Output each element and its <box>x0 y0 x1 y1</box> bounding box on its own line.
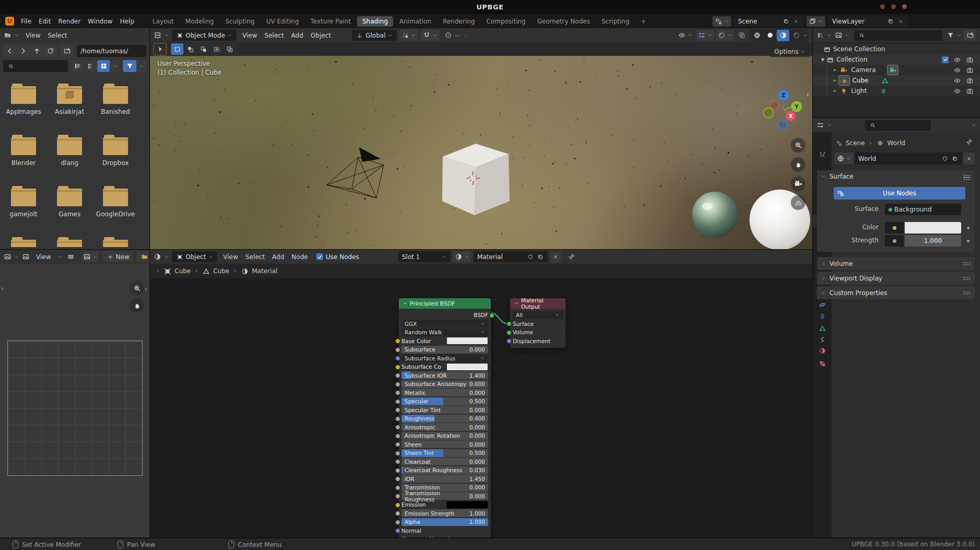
color-socket-button[interactable] <box>885 222 904 233</box>
input-socket[interactable] <box>395 459 400 464</box>
display-vertical-list-button[interactable] <box>71 60 84 72</box>
node-input-metallic[interactable]: Metallic0.000 <box>401 389 488 396</box>
node-menu-view[interactable]: View <box>220 253 241 261</box>
window-dot-icon[interactable] <box>880 4 885 9</box>
viewport-canvas[interactable]: User Perspective (1) Collection | Cube <box>150 56 812 249</box>
workspace-tab-animation[interactable]: Animation <box>394 16 436 27</box>
surface-shader-field[interactable]: Background <box>885 204 961 215</box>
view-layer-name-field[interactable]: ViewLayer <box>828 16 908 27</box>
copy-icon[interactable] <box>782 17 790 25</box>
up-button[interactable] <box>30 45 43 57</box>
wireframe-shading-button[interactable] <box>751 30 763 41</box>
workspace-tab-compositing[interactable]: Compositing <box>481 16 531 27</box>
input-socket[interactable] <box>506 321 512 326</box>
select-box-intersect-button[interactable] <box>223 43 236 55</box>
render-visibility-icon[interactable] <box>966 56 974 64</box>
input-socket[interactable] <box>395 338 400 344</box>
cube-label[interactable]: Cube <box>852 77 868 84</box>
filter-toggle-button[interactable] <box>123 60 136 72</box>
tweak-tool-button[interactable] <box>153 43 167 55</box>
menu-edit[interactable]: Edit <box>35 18 54 25</box>
image-menu-view[interactable]: View <box>32 253 54 261</box>
zoom-view-button[interactable] <box>791 138 805 153</box>
sidebar-expand-icon[interactable]: › <box>1 285 4 292</box>
output-socket[interactable] <box>489 313 494 318</box>
node-input-emission-strength[interactable]: Emission Strength1.000 <box>401 509 488 517</box>
input-socket[interactable] <box>395 347 400 353</box>
camera-data-icon[interactable] <box>887 65 898 75</box>
principled-node-header[interactable]: Principled BSDF <box>399 298 491 309</box>
snap-toggle-button[interactable] <box>421 30 440 41</box>
light-data-icon[interactable] <box>878 86 889 96</box>
outliner-row-light[interactable]: ►Light <box>813 86 980 96</box>
node-input-roughness[interactable]: Roughness0.400 <box>401 415 488 423</box>
color-row[interactable] <box>885 222 961 233</box>
eye-icon[interactable] <box>953 66 961 74</box>
light-icon[interactable] <box>838 86 849 96</box>
outliner-row-scene-collection[interactable]: Scene Collection <box>813 44 980 54</box>
node-enum-random-walk[interactable]: Random Walk <box>401 329 488 336</box>
expand-arrow-icon[interactable]: ► <box>834 78 836 83</box>
snap-target-dropdown[interactable] <box>399 30 418 41</box>
window-dot-icon[interactable] <box>902 4 907 9</box>
input-socket[interactable] <box>506 338 512 344</box>
zoom-tool-button[interactable] <box>130 281 144 296</box>
window-dot-icon[interactable] <box>891 4 896 9</box>
pin-icon[interactable] <box>965 138 973 146</box>
camera-label[interactable]: Camera <box>851 66 875 74</box>
folder-banished[interactable] <box>103 86 128 104</box>
input-socket[interactable] <box>395 502 400 508</box>
input-socket[interactable] <box>395 537 400 538</box>
keyframe-dot-icon[interactable] <box>967 227 970 229</box>
select-box-extend-button[interactable] <box>184 43 197 55</box>
output-target-dropdown[interactable]: All <box>513 311 563 319</box>
folder-asiakirjat[interactable] <box>57 86 82 104</box>
open-image-button[interactable]: Open <box>136 251 149 262</box>
create-directory-button[interactable] <box>60 45 74 57</box>
camera-icon[interactable] <box>838 65 849 75</box>
select-box-invert-button[interactable] <box>210 43 223 55</box>
breadcrumb-item[interactable]: Material <box>252 267 278 275</box>
mesh-data-icon[interactable] <box>880 76 890 85</box>
copy-icon[interactable] <box>886 17 894 25</box>
file-menu-view[interactable]: View <box>22 32 44 39</box>
new-collection-button[interactable] <box>964 30 976 41</box>
rendered-shading-button[interactable] <box>790 30 802 41</box>
tab-physics[interactable] <box>813 298 832 311</box>
material-output-node[interactable]: Material Output AllSurfaceVolumeDisplace… <box>510 298 566 348</box>
menu-file[interactable]: File <box>17 18 35 25</box>
copy-icon[interactable] <box>536 253 544 261</box>
node-menu-add[interactable]: Add <box>269 253 288 261</box>
tab-object-data[interactable] <box>813 322 832 334</box>
input-socket[interactable] <box>395 520 400 525</box>
chevron-down-icon[interactable] <box>827 123 832 128</box>
workspace-tab-uv-editing[interactable]: UV Editing <box>261 16 304 27</box>
input-socket[interactable] <box>506 330 512 335</box>
copy-icon[interactable] <box>951 155 959 162</box>
menu-render[interactable]: Render <box>54 18 84 25</box>
chevron-down-icon[interactable] <box>14 33 19 38</box>
strength-slider[interactable]: 1.000 <box>905 235 961 247</box>
tab-texture[interactable] <box>813 357 832 370</box>
surface-panel-header[interactable]: Surface <box>817 170 975 180</box>
folder-partial[interactable] <box>11 240 36 247</box>
expand-arrow-icon[interactable]: ► <box>834 68 836 72</box>
input-socket[interactable] <box>395 390 400 395</box>
display-horizontal-list-button[interactable] <box>84 60 97 72</box>
surface-row[interactable]: Background <box>885 204 961 215</box>
light-label[interactable]: Light <box>851 87 867 95</box>
input-socket[interactable] <box>395 485 400 490</box>
color-swatch[interactable] <box>446 501 488 509</box>
refresh-button[interactable] <box>44 45 57 57</box>
collection-checkbox[interactable] <box>942 56 949 63</box>
folder-dlang[interactable] <box>57 137 82 155</box>
panel-volume[interactable]: Volume <box>817 257 975 270</box>
folder-gamejolt[interactable] <box>11 189 36 206</box>
input-socket[interactable] <box>395 407 400 413</box>
show-hide-dropdown[interactable] <box>676 30 694 41</box>
panel-viewport-display[interactable]: Viewport Display <box>817 272 975 285</box>
input-socket[interactable] <box>395 511 400 516</box>
unlink-material-button[interactable] <box>550 251 561 262</box>
file-search-input[interactable] <box>3 60 68 72</box>
input-socket[interactable] <box>395 382 400 387</box>
